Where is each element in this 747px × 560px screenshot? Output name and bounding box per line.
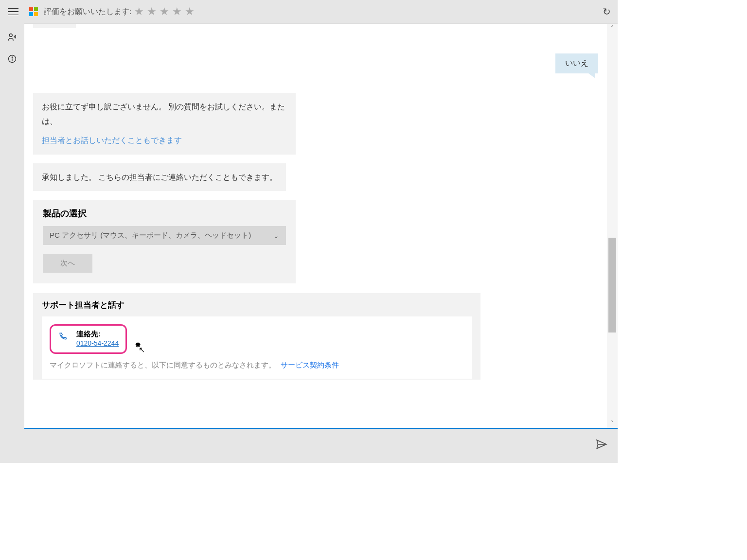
chat-scroll: いいえ いいえ お役に立てず申し訳ございません。 別の質問をお試しください。また… xyxy=(24,24,607,428)
chevron-down-icon: ⌄ xyxy=(273,232,279,240)
quick-reply-prev[interactable]: いいえ xyxy=(33,24,76,28)
bot-message: お役に立てず申し訳ございません。 別の質問をお試しください。または、 担当者とお… xyxy=(33,93,296,154)
consent-text: マイクロソフトに連絡すると、以下に同意するものとみなされます。 サービス契約条件 xyxy=(50,361,464,370)
support-card: サポート担当者と話す 連絡先: 0120-54-2244 ✸ ↖ xyxy=(33,293,480,380)
scrollbar[interactable]: ˄ ˅ xyxy=(607,24,618,428)
scroll-down-icon[interactable]: ˅ xyxy=(611,420,614,427)
next-button[interactable]: 次へ xyxy=(43,254,92,273)
info-icon[interactable] xyxy=(7,53,18,64)
star-icon[interactable]: ★ xyxy=(134,5,144,18)
rating-prompt: 評価をお願いいたします: xyxy=(44,7,131,17)
select-value: PC アクセサリ (マウス、キーボード、カメラ、ヘッドセット) xyxy=(50,231,251,240)
left-rail xyxy=(0,23,24,463)
bot-message: 承知しました。 こちらの担当者にご連絡いただくこともできます。 xyxy=(33,163,286,191)
scroll-thumb[interactable] xyxy=(608,238,616,332)
contact-info: 連絡先: 0120-54-2244 xyxy=(76,330,119,348)
star-icon[interactable]: ★ xyxy=(172,5,182,18)
tos-link[interactable]: サービス契約条件 xyxy=(281,361,339,369)
support-inner: 連絡先: 0120-54-2244 ✸ ↖ マイクロソフトに連絡すると、以下に同… xyxy=(42,316,472,379)
talk-to-agent-link[interactable]: 担当者とお話しいただくこともできます xyxy=(42,133,287,147)
phone-link[interactable]: 0120-54-2244 xyxy=(76,339,119,347)
bot-text: 承知しました。 こちらの担当者にご連絡いただくこともできます。 xyxy=(42,173,277,181)
menu-icon[interactable] xyxy=(8,6,19,18)
svg-point-0 xyxy=(9,34,12,36)
star-icon[interactable]: ★ xyxy=(147,5,157,18)
contact-label: 連絡先: xyxy=(76,330,119,339)
refresh-icon[interactable]: ↻ xyxy=(603,6,611,18)
content-area: いいえ いいえ お役に立てず申し訳ございません。 別の質問をお試しください。また… xyxy=(24,23,618,428)
rating-stars: ★ ★ ★ ★ ★ xyxy=(134,5,195,18)
product-select-card: 製品の選択 PC アクセサリ (マウス、キーボード、カメラ、ヘッドセット) ⌄ … xyxy=(33,200,296,283)
microsoft-logo-icon xyxy=(29,7,38,16)
star-icon[interactable]: ★ xyxy=(185,5,195,18)
user-message-text: いいえ xyxy=(565,59,588,67)
star-icon[interactable]: ★ xyxy=(160,5,169,18)
app-header: 評価をお願いいたします: ★ ★ ★ ★ ★ ↻ xyxy=(0,0,618,23)
svg-point-3 xyxy=(12,57,12,57)
card-title: サポート担当者と話す xyxy=(42,300,472,311)
send-icon[interactable] xyxy=(595,438,608,454)
user-message: いいえ xyxy=(555,53,598,73)
card-title: 製品の選択 xyxy=(43,208,286,219)
contact-highlight: 連絡先: 0120-54-2244 ✸ ↖ xyxy=(50,324,127,354)
agent-icon[interactable] xyxy=(7,32,18,43)
scroll-up-icon[interactable]: ˄ xyxy=(611,25,614,32)
input-bar[interactable] xyxy=(24,428,618,463)
cursor-icon: ↖ xyxy=(139,345,145,354)
bot-text: お役に立てず申し訳ございません。 別の質問をお試しください。または、 xyxy=(42,103,285,125)
phone-icon xyxy=(58,332,68,344)
product-select[interactable]: PC アクセサリ (マウス、キーボード、カメラ、ヘッドセット) ⌄ xyxy=(43,226,286,245)
consent-body: マイクロソフトに連絡すると、以下に同意するものとみなされます。 xyxy=(50,361,276,369)
